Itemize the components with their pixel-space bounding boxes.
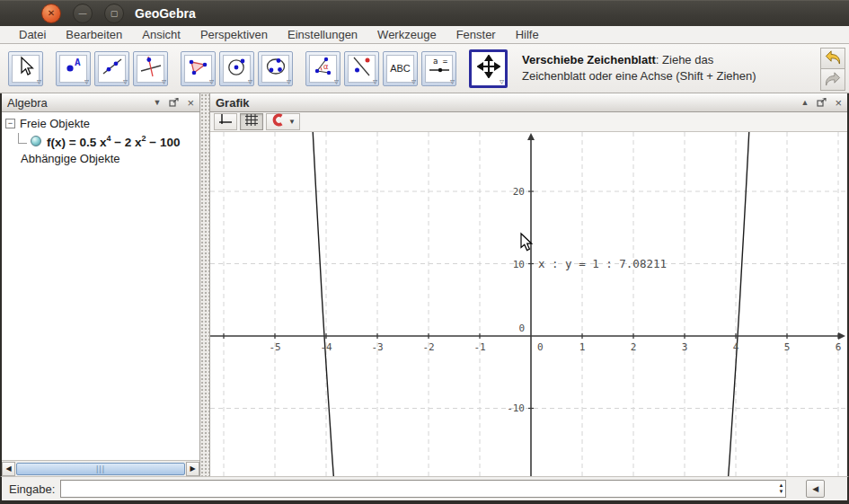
left-triangle-icon: ◀: [812, 484, 818, 493]
text-tool-button[interactable]: ABC▿: [383, 51, 418, 86]
tool-dropdown-icon[interactable]: ▿: [334, 77, 339, 86]
graphics-panel: Grafik ▲ × ▼ -5-4-: [210, 93, 847, 476]
point-capturing-button[interactable]: ▼: [266, 113, 300, 130]
free-objects-node[interactable]: − Freie Objekte: [5, 117, 196, 130]
menu-hilfe[interactable]: Hilfe: [506, 28, 549, 41]
x-tick-label: -2: [422, 341, 434, 353]
special-line-tool-button[interactable]: ▿: [133, 51, 168, 86]
menu-bearbeiten[interactable]: Bearbeiten: [56, 28, 132, 41]
tool-dropdown-icon[interactable]: ▿: [411, 77, 416, 86]
object-visibility-marble-icon[interactable]: [31, 136, 41, 146]
algebra-tree: − Freie Objekte f(x) = 0.5 x4 − 2 x2 − 1…: [2, 112, 199, 460]
scrollbar-thumb[interactable]: |||: [16, 463, 185, 475]
menu-einstellungen[interactable]: Einstellungen: [278, 28, 367, 41]
svg-text:α: α: [323, 62, 329, 71]
tool-dropdown-icon[interactable]: ▿: [248, 77, 252, 86]
circle-tool-button[interactable]: ▿: [219, 51, 254, 86]
show-grid-button[interactable]: [240, 113, 263, 130]
slider-tool-icon: a = 2: [428, 56, 451, 81]
tool-dropdown-icon[interactable]: ▿: [209, 77, 214, 86]
angle-tool-button[interactable]: α ▿: [305, 51, 340, 86]
algebra-panel-header[interactable]: Algebra ▼ ×: [2, 93, 199, 112]
menu-datei[interactable]: Datei: [9, 28, 56, 41]
dependent-objects-node[interactable]: Abhängige Objekte: [5, 152, 196, 165]
graphics-stylebar-toggle-icon[interactable]: ▲: [800, 98, 809, 107]
panel-splitter[interactable]: [200, 93, 210, 476]
tool-dropdown-icon[interactable]: ▿: [373, 77, 377, 86]
grid-icon: [244, 113, 259, 130]
graphics-panel-header[interactable]: Grafik ▲ ×: [210, 93, 847, 112]
menu-fenster[interactable]: Fenster: [447, 28, 506, 41]
graphics-style-bar: ▼: [210, 112, 847, 132]
conic-tool-button[interactable]: ▿: [258, 51, 293, 86]
free-objects-label: Freie Objekte: [20, 117, 90, 130]
input-history-spinner[interactable]: ▲▼: [778, 480, 783, 498]
y-tick-label: -10: [507, 402, 525, 414]
show-axes-button[interactable]: [214, 113, 237, 130]
graphics-view[interactable]: -5-4-3-2-112345602010-100x : y = 1 : 7.0…: [210, 132, 847, 476]
graphics-close-icon[interactable]: ×: [835, 97, 842, 109]
menu-ansicht[interactable]: Ansicht: [132, 28, 190, 41]
tool-dropdown-icon[interactable]: ▿: [450, 77, 455, 86]
menu-perspektiven[interactable]: Perspektiven: [190, 28, 278, 41]
y-axis-arrow: [527, 133, 535, 140]
tool-dropdown-icon[interactable]: ▿: [123, 77, 128, 86]
line-tool-button[interactable]: ▿: [94, 51, 129, 86]
geogebra-window: ✕ — ▢ GeoGebra Datei Bearbeiten Ansicht …: [0, 0, 849, 504]
circle-tool-icon: [226, 56, 248, 81]
maximize-window-button[interactable]: ▢: [104, 4, 124, 23]
tool-dropdown-icon[interactable]: ▿: [84, 77, 89, 86]
mirror-tool-icon: [351, 56, 373, 81]
x-tick-label: 5: [784, 341, 791, 353]
window-bottom-border: [0, 500, 849, 504]
graphics-panel-title: Grafik: [216, 96, 250, 110]
text-tool-icon: ABC: [390, 63, 411, 74]
magnet-icon: [270, 113, 285, 130]
polygon-tool-button[interactable]: ▿: [181, 51, 216, 86]
tool-dropdown-icon[interactable]: ▿: [287, 77, 291, 86]
move-tool-button[interactable]: ▿: [8, 51, 43, 86]
axes-icon: [218, 113, 233, 130]
input-help-toggle-button[interactable]: ◀: [806, 480, 825, 498]
menu-werkzeuge[interactable]: Werkzeuge: [367, 28, 447, 41]
y-tick-label: 20: [513, 186, 525, 198]
title-bar[interactable]: ✕ — ▢ GeoGebra: [0, 0, 849, 26]
minimize-window-button[interactable]: —: [73, 4, 93, 23]
graph-canvas[interactable]: -5-4-3-2-112345602010-100x : y = 1 : 7.0…: [210, 132, 846, 476]
tool-dropdown-icon[interactable]: ▿: [37, 77, 41, 86]
function-definition: f(x) = 0.5 x4 − 2 x2 − 100: [47, 134, 181, 149]
algebra-undock-icon[interactable]: [169, 94, 179, 111]
move-graphics-view-tool-button[interactable]: ▿: [469, 49, 508, 88]
x-axis-arrow: [838, 332, 845, 340]
algebra-close-icon[interactable]: ×: [187, 97, 194, 109]
close-window-button[interactable]: ✕: [41, 4, 61, 23]
slider-tool-button[interactable]: a = 2 ▿: [421, 51, 456, 86]
algebra-input-field[interactable]: [60, 480, 786, 498]
axis-ratio-text: x : y = 1 : 7.08211: [538, 257, 667, 270]
spinner-down-icon[interactable]: ▼: [778, 489, 783, 495]
x-tick-label: -3: [371, 341, 383, 353]
graphics-undock-icon[interactable]: [817, 94, 827, 111]
spinner-up-icon[interactable]: ▲: [778, 482, 783, 489]
algebra-panel: Algebra ▼ × − Freie Objekte f(x) = 0.5 x…: [2, 93, 200, 476]
transform-tool-button[interactable]: ▿: [344, 51, 379, 86]
undo-button[interactable]: [820, 48, 845, 69]
x-zero-label: 0: [537, 341, 544, 353]
ellipse-tool-icon: [265, 56, 287, 81]
redo-icon: [824, 70, 842, 90]
function-list-item[interactable]: f(x) = 0.5 x4 − 2 x2 − 100: [5, 133, 196, 149]
x-tick-label: -1: [473, 341, 485, 353]
x-tick-label: -4: [320, 341, 332, 353]
collapse-icon[interactable]: −: [5, 119, 15, 128]
scroll-left-arrow-icon[interactable]: ◀: [2, 462, 15, 476]
scroll-right-arrow-icon[interactable]: ▶: [186, 462, 199, 476]
point-tool-button[interactable]: A ▿: [56, 51, 91, 86]
point-tool-icon: A: [63, 56, 84, 81]
angle-tool-icon: α: [313, 56, 334, 81]
dropdown-arrow-icon[interactable]: ▼: [288, 118, 296, 126]
redo-button[interactable]: [820, 69, 845, 91]
algebra-horizontal-scrollbar[interactable]: ◀ ||| ▶: [2, 460, 199, 476]
algebra-stylebar-toggle-icon[interactable]: ▼: [153, 98, 161, 107]
tool-dropdown-icon[interactable]: ▿: [500, 77, 504, 86]
tool-dropdown-icon[interactable]: ▿: [162, 77, 166, 86]
